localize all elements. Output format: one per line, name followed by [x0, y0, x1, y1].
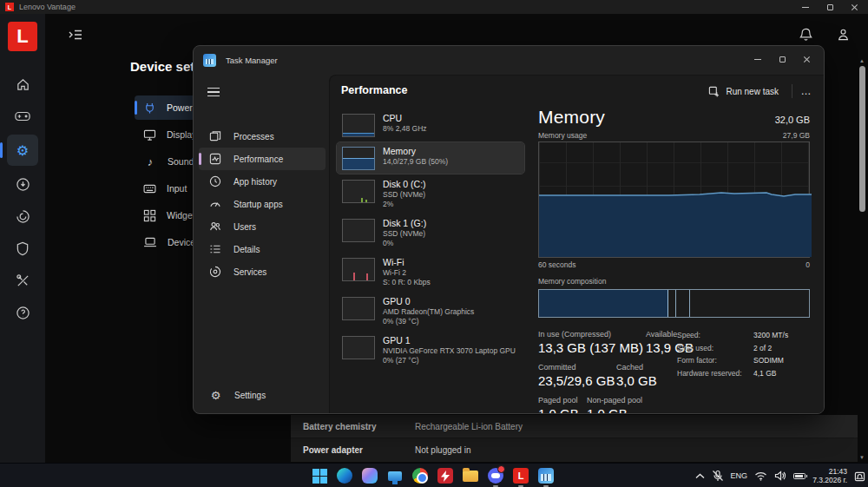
task-manager-nav: Processes Performance App history Startu…	[194, 75, 329, 413]
notification-center-button[interactable]	[854, 471, 865, 482]
widget-grid-icon	[143, 209, 156, 222]
perf-sub: 2%	[383, 200, 426, 209]
gear-icon: ⚙	[209, 389, 222, 402]
task-manager-main: Performance Run new task … CPU 8% 2,48 G…	[329, 75, 824, 413]
run-new-task-button[interactable]: Run new task	[701, 82, 786, 101]
sidebar-item-device-settings[interactable]: ⚙	[7, 135, 38, 166]
perf-item-gpu1[interactable]: GPU 1 NVIDIA GeForce RTX 3070 Laptop GPU…	[337, 332, 524, 369]
taskbar-task-manager[interactable]	[537, 467, 555, 484]
taskbar-file-explorer[interactable]	[462, 467, 479, 484]
perf-item-disk0[interactable]: Disk 0 (C:) SSD (NVMe) 2%	[337, 175, 524, 213]
vantage-maximize-button[interactable]	[818, 0, 842, 14]
tm-maximize-button[interactable]	[770, 49, 794, 69]
vantage-collapse-menu-button[interactable]	[66, 26, 85, 43]
gpu1-mini-graph	[342, 336, 375, 359]
stat-value: 1,0 GB	[538, 406, 587, 414]
sidebar-item-power-settings[interactable]	[7, 202, 38, 230]
vantage-minimize-button[interactable]	[793, 0, 818, 14]
more-options-button[interactable]: …	[796, 82, 817, 101]
taskbar-this-pc[interactable]	[386, 467, 404, 484]
tray-language[interactable]: ENG	[731, 471, 748, 480]
scrollbar-thumb[interactable]	[859, 66, 865, 212]
memory-usage-label: Memory usage	[538, 131, 587, 140]
sidebar-item-help[interactable]	[7, 299, 38, 326]
tm-nav-users[interactable]: Users	[199, 215, 326, 238]
detail-value: 4,1 GB	[753, 369, 776, 378]
taskbar-copilot[interactable]	[361, 467, 378, 484]
taskbar-lenovo-vantage[interactable]: L	[512, 467, 529, 484]
menu-item-label: Sound	[168, 156, 194, 167]
vantage-titlebar: L Lenovo Vantage	[0, 0, 868, 14]
laptop-icon	[143, 237, 157, 247]
perf-name: Disk 0 (C:)	[383, 179, 426, 189]
tm-close-button[interactable]	[794, 49, 819, 69]
tm-nav-toggle-button[interactable]	[202, 82, 225, 102]
taskbar-lightning-app[interactable]	[437, 467, 454, 484]
chrome-icon	[412, 468, 428, 484]
stat-value: 13,3 GB (137 MB)	[538, 340, 646, 355]
perf-name: CPU	[383, 113, 427, 123]
tm-nav-services[interactable]: Services	[199, 260, 326, 283]
sidebar-item-security[interactable]	[7, 234, 38, 262]
notifications-bell-button[interactable]	[799, 27, 813, 46]
stat-label: Committed	[538, 363, 616, 372]
tm-nav-details[interactable]: Details	[199, 238, 326, 260]
detail-label: Hardware reserved:	[677, 369, 753, 378]
perf-item-gpu0[interactable]: GPU 0 AMD Radeon(TM) Graphics 0% (39 °C)	[337, 293, 524, 330]
taskbar: L ENG 21:43 7.3.2026 г.	[0, 463, 868, 487]
tm-nav-settings[interactable]: ⚙ Settings	[199, 384, 326, 406]
tray-volume[interactable]	[774, 471, 786, 481]
tm-minimize-button[interactable]	[746, 49, 770, 69]
timeline-right-label: 0	[806, 260, 810, 269]
stat-label: Paged pool	[538, 396, 587, 405]
taskbar-chrome[interactable]	[411, 467, 429, 484]
taskbar-edge[interactable]	[336, 467, 353, 484]
user-icon	[836, 27, 851, 43]
sidebar-item-updates[interactable]	[7, 170, 38, 198]
scrollbar-up-arrow[interactable]: ▲	[859, 57, 865, 64]
row-value: Rechargeable Li-ion Battery	[415, 422, 523, 431]
tray-date: 7.3.2026 г.	[812, 476, 847, 484]
composition-standby-divider	[689, 290, 690, 317]
perf-item-cpu[interactable]: CPU 8% 2,48 GHz	[337, 109, 524, 141]
hamburger-icon	[207, 85, 220, 99]
tray-mic-muted[interactable]	[712, 470, 724, 482]
perf-sub: 8% 2,48 GHz	[383, 124, 427, 134]
details-list-icon	[209, 244, 221, 254]
account-button[interactable]	[836, 27, 851, 46]
tray-overflow-chevron[interactable]	[695, 473, 705, 479]
perf-item-wifi[interactable]: Wi-Fi Wi-Fi 2 S: 0 R: 0 Kbps	[337, 253, 524, 291]
stat-label: In use (Compressed)	[538, 330, 646, 339]
vantage-close-button[interactable]	[842, 0, 866, 14]
scrollbar-down-arrow[interactable]: ▼	[859, 454, 865, 461]
tray-wifi[interactable]	[754, 471, 767, 481]
display-icon	[143, 129, 156, 141]
vantage-scrollbar[interactable]: ▲ ▼	[858, 57, 866, 461]
perf-sub: 14,0/27,9 GB (50%)	[383, 157, 448, 167]
perf-item-disk1[interactable]: Disk 1 (G:) SSD (NVMe) 0%	[337, 214, 524, 252]
perf-item-memory[interactable]: Memory 14,0/27,9 GB (50%)	[337, 142, 524, 174]
tray-clock[interactable]: 21:43 7.3.2026 г.	[812, 467, 847, 484]
processes-icon	[209, 130, 221, 142]
sidebar-item-games[interactable]	[7, 102, 38, 130]
tm-nav-processes[interactable]: Processes	[199, 125, 326, 148]
taskbar-discord[interactable]	[487, 467, 504, 484]
gpu0-mini-graph	[342, 297, 375, 320]
start-button[interactable]	[311, 467, 328, 484]
sidebar-item-home[interactable]	[7, 70, 38, 98]
tm-nav-app-history[interactable]: App history	[199, 170, 326, 193]
tm-nav-performance[interactable]: Performance	[199, 148, 326, 170]
memory-composition-label: Memory composition	[538, 277, 810, 286]
speedometer-icon	[209, 198, 221, 210]
memory-composition-bar[interactable]	[538, 289, 810, 318]
perf-sub: 0%	[383, 239, 426, 248]
button-label: Run new task	[726, 87, 779, 96]
memory-detail-panel: Memory 32,0 GB Memory usage 27,9 GB 60 s…	[538, 107, 810, 414]
perf-sub: 0% (27 °C)	[383, 356, 516, 365]
tm-nav-startup-apps[interactable]: Startup apps	[199, 193, 326, 215]
users-icon	[209, 220, 221, 233]
timeline-left-label: 60 seconds	[538, 260, 575, 269]
tray-battery-icon[interactable]	[793, 473, 806, 479]
minimize-icon	[802, 7, 809, 8]
sidebar-item-hardware-scan[interactable]	[7, 267, 38, 294]
